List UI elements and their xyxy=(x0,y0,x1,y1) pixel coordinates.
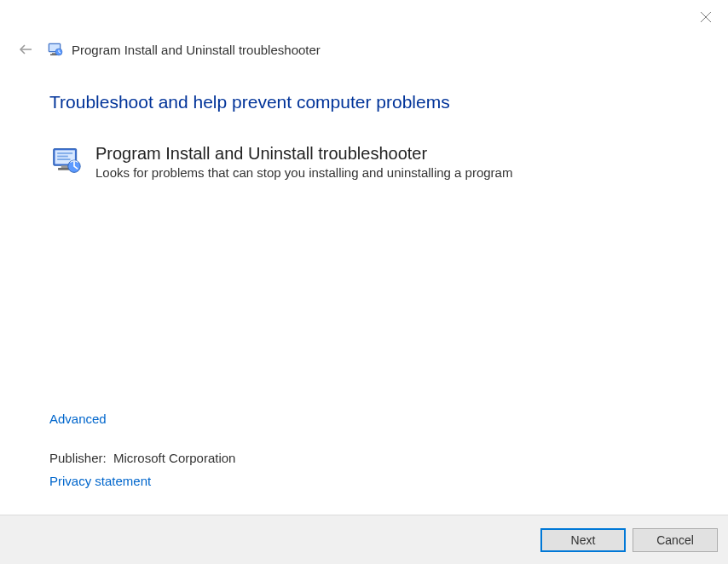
page-heading: Troubleshoot and help prevent computer p… xyxy=(49,92,679,112)
publisher-row: Publisher: Microsoft Corporation xyxy=(49,451,235,465)
troubleshooter-description: Looks for problems that can stop you ins… xyxy=(95,165,512,180)
svg-rect-11 xyxy=(57,156,68,158)
svg-rect-12 xyxy=(57,158,70,160)
publisher-value: Microsoft Corporation xyxy=(113,451,235,465)
troubleshooter-header-icon xyxy=(48,42,63,57)
footer-bar: Next Cancel xyxy=(0,515,728,564)
close-icon xyxy=(700,11,712,23)
content-area: Troubleshoot and help prevent computer p… xyxy=(0,68,728,180)
troubleshooter-text: Program Install and Uninstall troublesho… xyxy=(95,143,512,180)
troubleshooter-item: Program Install and Uninstall troublesho… xyxy=(49,143,679,180)
titlebar xyxy=(0,0,728,34)
header-title-wrap: Program Install and Uninstall troublesho… xyxy=(48,42,321,57)
svg-rect-13 xyxy=(61,165,69,168)
next-button[interactable]: Next xyxy=(540,528,626,552)
header-row: Program Install and Uninstall troublesho… xyxy=(0,34,728,68)
troubleshooter-title: Program Install and Uninstall troublesho… xyxy=(95,143,512,164)
back-arrow-icon xyxy=(18,42,33,57)
cancel-button[interactable]: Cancel xyxy=(633,528,718,552)
advanced-link[interactable]: Advanced xyxy=(49,411,107,426)
privacy-link[interactable]: Privacy statement xyxy=(49,474,151,488)
publisher-label: Publisher: xyxy=(49,451,107,465)
window-title: Program Install and Uninstall troublesho… xyxy=(72,43,321,57)
back-button[interactable] xyxy=(17,41,34,58)
lower-block: Advanced Publisher: Microsoft Corporatio… xyxy=(49,411,235,489)
troubleshooter-icon xyxy=(49,143,84,177)
close-button[interactable] xyxy=(696,7,716,27)
svg-rect-10 xyxy=(57,153,72,154)
